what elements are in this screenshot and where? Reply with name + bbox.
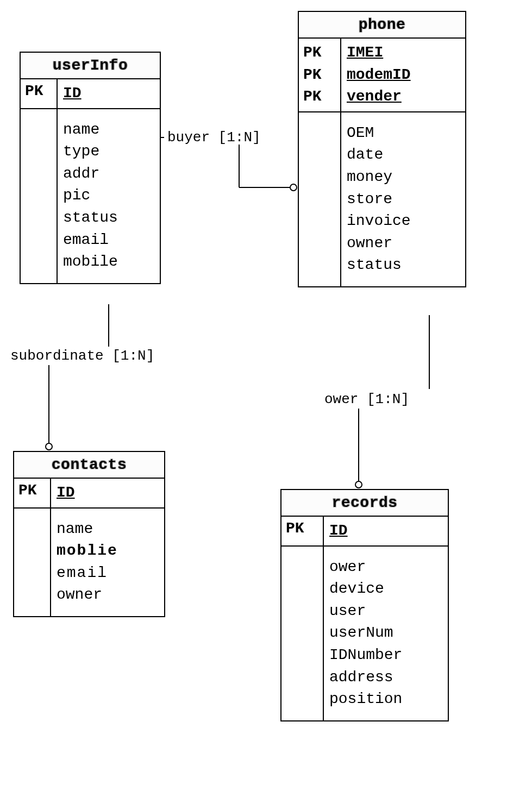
rel-buyer-label: buyer [1:N] — [167, 129, 261, 146]
pk-col-empty — [21, 109, 58, 283]
entity-phone: phone PK PK PK IMEI modemID vender OEM d… — [298, 11, 466, 287]
entity-contacts-title: contacts — [14, 452, 164, 479]
field: owner — [347, 233, 460, 255]
entity-contacts-fields-row: name moblie email owner — [14, 509, 164, 616]
pk-field: ID — [329, 520, 442, 542]
field: owner — [57, 584, 159, 606]
pk-field: vender — [347, 86, 460, 108]
pk-label: PK — [281, 517, 324, 545]
entity-records-title: records — [281, 490, 448, 517]
pk-col-empty — [281, 547, 324, 720]
field: store — [347, 189, 460, 211]
entity-phone-fields-row: OEM date money store invoice owner statu… — [299, 112, 465, 286]
field: date — [347, 144, 460, 166]
entity-phone-pk-row: PK PK PK IMEI modemID vender — [299, 39, 465, 112]
entity-records: records PK ID ower device user userNum I… — [280, 489, 449, 721]
field: pic — [63, 185, 154, 207]
field: ower — [329, 556, 442, 579]
entity-records-pk-row: PK ID — [281, 517, 448, 547]
field: email — [57, 562, 159, 585]
field: mobile — [63, 251, 154, 273]
field: status — [63, 207, 154, 229]
pk-col-empty — [299, 112, 341, 286]
pk-field: ID — [57, 482, 159, 504]
entity-records-fields-row: ower device user userNum IDNumber addres… — [281, 547, 448, 720]
pk-label: PK — [303, 42, 336, 64]
entity-userinfo-title: userInfo — [21, 53, 160, 79]
svg-point-6 — [46, 443, 52, 450]
entity-phone-title: phone — [299, 12, 465, 39]
field: email — [63, 229, 154, 252]
entity-userinfo-pk-row: PK ID — [21, 79, 160, 109]
field: status — [347, 254, 460, 277]
field: device — [329, 578, 442, 600]
entity-userinfo: userInfo PK ID name type addr pic status… — [20, 52, 161, 284]
field: money — [347, 166, 460, 189]
pk-label: PK — [14, 479, 51, 507]
pk-field: modemID — [347, 64, 460, 86]
field: addr — [63, 163, 154, 185]
pk-col-empty — [14, 509, 51, 616]
pk-field: ID — [63, 83, 154, 105]
pk-label: PK — [303, 64, 336, 86]
field: position — [329, 688, 442, 711]
pk-label: PK — [21, 79, 58, 108]
field: userNum — [329, 622, 442, 644]
entity-userinfo-fields-row: name type addr pic status email mobile — [21, 109, 160, 283]
entity-contacts-pk-row: PK ID — [14, 479, 164, 509]
entity-contacts: contacts PK ID name moblie email owner — [13, 451, 165, 617]
field: OEM — [347, 122, 460, 145]
svg-point-9 — [355, 481, 362, 488]
rel-ower-label: ower [1:N] — [324, 391, 409, 407]
svg-point-3 — [290, 184, 297, 191]
field: invoice — [347, 210, 460, 233]
field: IDNumber — [329, 644, 442, 667]
rel-subordinate-label: subordinate [1:N] — [10, 348, 154, 364]
field: moblie — [57, 540, 159, 562]
pk-field: IMEI — [347, 42, 460, 64]
pk-label-col: PK PK PK — [299, 39, 341, 111]
field: user — [329, 600, 442, 623]
field: type — [63, 141, 154, 163]
pk-label: PK — [303, 86, 336, 108]
rel-subordinate-line — [46, 304, 109, 450]
field: name — [63, 119, 154, 141]
field: name — [57, 518, 159, 541]
field: address — [329, 667, 442, 689]
